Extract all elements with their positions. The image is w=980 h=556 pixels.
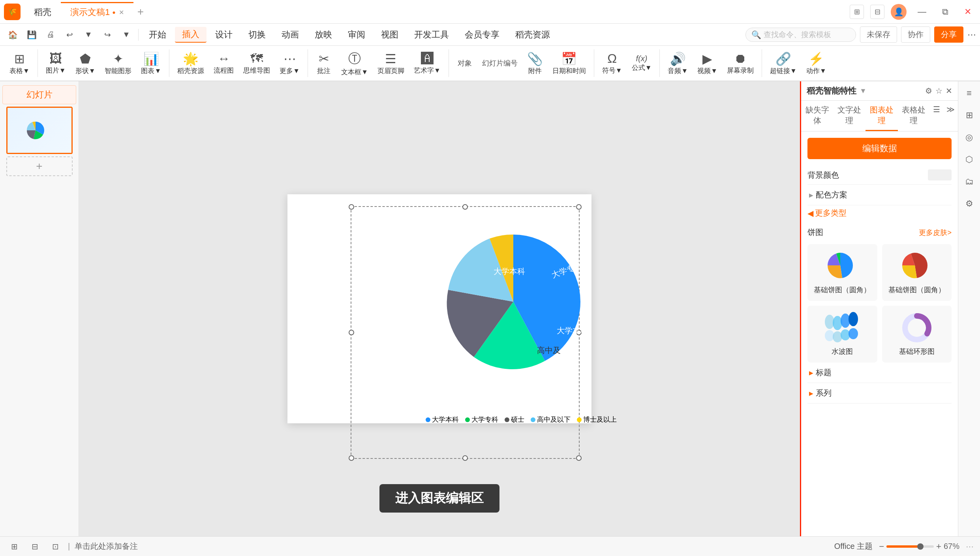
comment-btn[interactable]: ✂ 批注: [313, 50, 335, 77]
datetime-btn[interactable]: 📅 日期和时间: [549, 50, 589, 77]
menu-tab-view[interactable]: 视图: [374, 27, 406, 42]
hyperlink-btn[interactable]: 🔗 超链接▼: [767, 50, 800, 77]
zoom-slider-thumb[interactable]: [917, 543, 924, 550]
close-btn[interactable]: ✕: [959, 7, 976, 17]
table-btn[interactable]: ⊞ 表格▼: [6, 50, 33, 77]
panel-tab-table[interactable]: 表格处理: [898, 101, 930, 131]
menu-tab-dev[interactable]: 开发工具: [407, 27, 456, 42]
panel-close-icon[interactable]: ✕: [946, 86, 952, 96]
panel-star-icon[interactable]: ☆: [935, 86, 942, 96]
shape-btn[interactable]: ⬟ 形状▼: [72, 50, 99, 77]
restore-btn[interactable]: ⊞: [850, 5, 864, 19]
zoom-in-btn[interactable]: +: [936, 541, 941, 552]
video-btn[interactable]: ▶ 视频▼: [694, 50, 721, 77]
zoom-value[interactable]: 67%: [944, 542, 959, 551]
far-right-icon-2[interactable]: ⊞: [961, 107, 977, 123]
redo-btn[interactable]: ↪: [99, 26, 116, 43]
far-right-icon-6[interactable]: ⚙: [961, 196, 977, 212]
attachment-btn[interactable]: 📎 附件: [524, 50, 546, 77]
smart-shape-btn[interactable]: ✦ 智能图形: [101, 50, 135, 77]
menu-tab-review[interactable]: 审阅: [341, 27, 372, 42]
add-tab-btn[interactable]: +: [133, 6, 148, 18]
flowchart-btn[interactable]: ↔ 流程图: [210, 50, 237, 77]
mindmap-btn[interactable]: 🗺 思维导图: [240, 50, 273, 77]
slide-panel-tab[interactable]: 幻灯片: [2, 85, 76, 104]
redo-arrow-btn[interactable]: ▼: [118, 26, 135, 43]
panel-tab-text[interactable]: 文字处理: [834, 101, 866, 131]
unsaved-btn[interactable]: 未保存: [860, 26, 897, 43]
textbox-btn[interactable]: Ⓣ 文本框▼: [338, 49, 371, 78]
more-types-btn[interactable]: ◀ 更多类型: [807, 205, 952, 221]
add-slide-btn[interactable]: +: [6, 156, 73, 176]
slide-number-btn[interactable]: 幻灯片编号: [479, 57, 521, 70]
symbol-btn[interactable]: Ω 符号▼: [599, 50, 625, 77]
handle-top-left[interactable]: [349, 204, 354, 210]
home-btn[interactable]: 🏠: [4, 26, 21, 43]
resource-btn[interactable]: 🌟 稻壳资源: [174, 50, 207, 77]
far-right-icon-1[interactable]: ≡: [961, 85, 977, 101]
menu-tab-daoke-res[interactable]: 稻壳资源: [508, 27, 557, 42]
menu-tab-insert[interactable]: 插入: [175, 27, 207, 43]
series-accordion-header[interactable]: ▶ 系列: [807, 383, 952, 403]
more-btn[interactable]: ⋯ 更多▼: [276, 50, 303, 77]
handle-top-mid[interactable]: [462, 204, 468, 210]
undo-arrow-btn[interactable]: ▼: [80, 26, 97, 43]
menu-tab-member[interactable]: 会员专享: [458, 27, 507, 42]
layout-btn[interactable]: ⊟: [870, 5, 884, 19]
notes-label[interactable]: 单击此处添加备注: [75, 541, 138, 552]
zoom-slider[interactable]: [886, 545, 934, 548]
collaborate-btn[interactable]: 协作: [901, 26, 930, 43]
far-right-icon-3[interactable]: ◎: [961, 130, 977, 145]
avatar[interactable]: 👤: [891, 4, 907, 20]
chart-btn[interactable]: 📊 图表▼: [138, 50, 164, 77]
tab-document[interactable]: 演示文稿1 ● ✕: [61, 2, 133, 22]
status-icon-present[interactable]: ⊡: [47, 539, 63, 554]
panel-tab-missing-font[interactable]: 缺失字体: [801, 101, 834, 131]
object-btn[interactable]: 对象: [454, 57, 476, 70]
menu-tab-animation[interactable]: 动画: [274, 27, 306, 42]
chart-card-wave[interactable]: 水波图: [807, 306, 877, 363]
statusbar-more[interactable]: ⋯: [966, 542, 974, 551]
handle-bot-right[interactable]: [576, 455, 582, 461]
chart-card-donut[interactable]: 基础环形图: [882, 306, 952, 363]
panel-tab-chart[interactable]: 图表处理: [865, 101, 898, 131]
menu-more-btn[interactable]: ⋯: [967, 30, 976, 40]
minimize-btn[interactable]: —: [913, 7, 931, 17]
panel-collapse-btn[interactable]: ≫: [943, 101, 958, 131]
handle-top-right[interactable]: [576, 204, 582, 210]
slide-thumbnail-1[interactable]: [6, 107, 73, 154]
title-accordion-header[interactable]: ▶ 标题: [807, 363, 952, 383]
image-btn[interactable]: 🖼 图片▼: [43, 50, 69, 77]
tab-close-btn[interactable]: ✕: [119, 9, 124, 16]
handle-mid-left[interactable]: [349, 330, 354, 335]
share-btn[interactable]: 分享: [934, 26, 963, 43]
print-btn[interactable]: 🖨: [42, 26, 59, 43]
screen-record-btn[interactable]: ⏺ 屏幕录制: [724, 50, 757, 77]
status-icon-grid[interactable]: ⊞: [6, 539, 22, 554]
menu-tab-start[interactable]: 开始: [142, 27, 173, 42]
color-scheme-header[interactable]: ▶ 配色方案: [807, 185, 952, 205]
menu-tab-slideshow[interactable]: 放映: [308, 27, 339, 42]
save-btn[interactable]: 💾: [23, 26, 40, 43]
maximize-btn[interactable]: ⧉: [937, 7, 953, 17]
undo-btn[interactable]: ↩: [61, 26, 78, 43]
status-icon-layout[interactable]: ⊟: [27, 539, 43, 554]
far-right-icon-4[interactable]: ⬡: [961, 152, 977, 167]
background-color-swatch[interactable]: [928, 169, 952, 180]
handle-bot-left[interactable]: [349, 455, 354, 461]
handle-bot-mid[interactable]: [462, 455, 468, 461]
search-box[interactable]: 🔍 查找命令、搜索模板: [745, 28, 856, 42]
menu-tab-design[interactable]: 设计: [208, 27, 240, 42]
canvas-area[interactable]: 大学专科 高中及 大学本科 大学本科 大学本科: [79, 81, 800, 536]
chart-card-pie-dark[interactable]: 基础饼图（圆角）: [882, 244, 952, 301]
header-footer-btn[interactable]: ☰ 页眉页脚: [374, 50, 407, 77]
formula-btn[interactable]: f(x) 公式▼: [629, 53, 655, 74]
menu-tab-transition[interactable]: 切换: [241, 27, 273, 42]
chart-more-btn[interactable]: 更多皮肤>: [919, 228, 952, 237]
far-right-icon-5[interactable]: 🗂: [961, 174, 977, 190]
edit-data-btn[interactable]: 编辑数据: [807, 138, 952, 159]
audio-btn[interactable]: 🔊 音频▼: [665, 50, 691, 77]
zoom-out-btn[interactable]: −: [879, 541, 884, 552]
action-btn[interactable]: ⚡ 动作▼: [803, 50, 830, 77]
tab-daoke[interactable]: 稻壳: [24, 2, 61, 22]
